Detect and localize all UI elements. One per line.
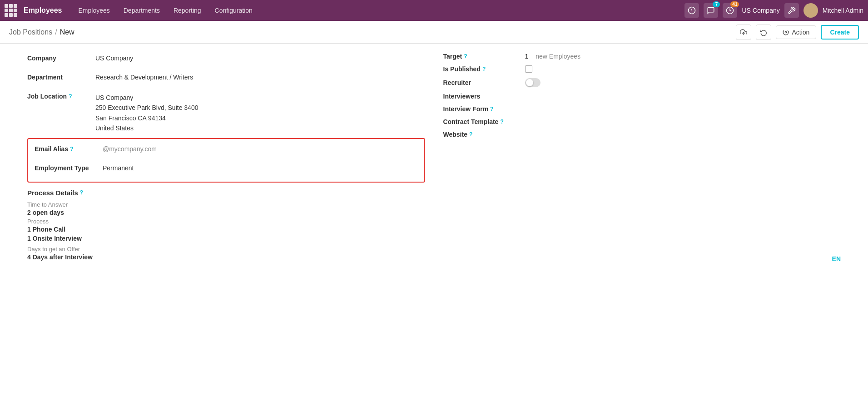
job-location-line2: 250 Executive Park Blvd, Suite 3400 <box>95 103 425 113</box>
form-right: Target ? 1 new Employees Is Published ? … <box>443 53 841 262</box>
interview-form-field-row: Interview Form ? <box>443 105 841 113</box>
chat-badge: 7 <box>713 1 720 7</box>
employment-type-field-row: Employment Type Permanent <box>35 163 418 177</box>
website-label: Website ? <box>443 131 521 138</box>
app-menu-icon[interactable] <box>5 4 17 17</box>
activity-icon-btn[interactable]: 41 <box>723 3 737 18</box>
is-published-checkbox[interactable] <box>525 65 532 73</box>
settings-icon-btn[interactable] <box>784 3 799 18</box>
app-name[interactable]: Employees <box>24 6 62 15</box>
svg-point-3 <box>806 12 815 17</box>
target-label: Target ? <box>443 53 521 60</box>
email-alias-help-icon[interactable]: ? <box>70 146 73 152</box>
employment-type-label: Employment Type <box>35 163 103 172</box>
process-label: Process <box>27 218 425 225</box>
process-details-header: Process Details ? <box>27 189 425 197</box>
contract-template-help-icon[interactable]: ? <box>500 119 503 125</box>
upload-icon-btn[interactable] <box>736 25 751 40</box>
days-to-offer-label: Days to get an Offer <box>27 246 425 252</box>
process-value2: 1 Onsite Interview <box>27 235 425 242</box>
recruiter-toggle[interactable] <box>525 78 541 87</box>
actionbar: Job Positions / New Action Create <box>0 21 868 44</box>
time-to-answer-label: Time to Answer <box>27 201 425 208</box>
job-location-help-icon[interactable]: ? <box>69 93 72 99</box>
target-value-row: 1 new Employees <box>525 53 581 60</box>
highlight-box: Email Alias ? @mycompany.com Employment … <box>27 138 425 183</box>
avatar[interactable] <box>804 3 818 18</box>
main-content: Company US Company Department Research &… <box>0 44 868 401</box>
company-name[interactable]: US Company <box>742 7 779 14</box>
en-button[interactable]: EN <box>832 255 841 262</box>
target-help-icon[interactable]: ? <box>464 53 467 59</box>
nav-configuration[interactable]: Configuration <box>208 4 259 17</box>
job-location-label: Job Location ? <box>27 91 95 100</box>
chat-icon-btn[interactable]: 7 <box>704 3 718 18</box>
recruiter-field-row: Recruiter <box>443 78 841 87</box>
breadcrumb: Job Positions / New <box>9 28 736 36</box>
interview-form-help-icon[interactable]: ? <box>490 106 493 112</box>
department-value[interactable]: Research & Development / Writers <box>95 72 425 81</box>
job-location-line4: United States <box>95 123 425 133</box>
action-button-label: Action <box>792 29 809 36</box>
form-columns: Company US Company Department Research &… <box>27 53 841 262</box>
department-label: Department <box>27 72 95 81</box>
nav-employees[interactable]: Employees <box>72 4 116 17</box>
target-field-row: Target ? 1 new Employees <box>443 53 841 60</box>
main-nav: Employees Departments Reporting Configur… <box>72 4 682 17</box>
topbar-right: 7 41 US Company Mitchell Admin <box>684 3 863 18</box>
is-published-label: Is Published ? <box>443 65 521 73</box>
breadcrumb-separator: / <box>55 28 57 36</box>
breadcrumb-parent[interactable]: Job Positions <box>9 28 52 36</box>
website-field-row: Website ? <box>443 131 841 138</box>
activity-badge: 41 <box>730 1 739 7</box>
company-field-row: Company US Company <box>27 53 425 67</box>
job-location-value[interactable]: US Company 250 Executive Park Blvd, Suit… <box>95 91 425 134</box>
topbar: Employees Employees Departments Reportin… <box>0 0 868 21</box>
svg-point-5 <box>785 31 787 33</box>
job-location-line1: US Company <box>95 93 425 103</box>
company-label: Company <box>27 53 95 62</box>
time-to-answer-value: 2 open days <box>27 209 425 216</box>
form-left: Company US Company Department Research &… <box>27 53 425 262</box>
days-to-offer-value: 4 Days after Interview <box>27 253 425 261</box>
email-alias-value[interactable]: @mycompany.com <box>103 144 418 153</box>
nav-reporting[interactable]: Reporting <box>167 4 208 17</box>
breadcrumb-current: New <box>60 28 74 36</box>
is-published-field-row: Is Published ? <box>443 65 841 73</box>
support-icon-btn[interactable] <box>684 3 699 18</box>
contract-template-label: Contract Template ? <box>443 118 521 125</box>
department-field-row: Department Research & Development / Writ… <box>27 72 425 86</box>
company-value[interactable]: US Company <box>95 53 425 62</box>
target-suffix: new Employees <box>536 53 580 60</box>
refresh-icon-btn[interactable] <box>756 25 771 40</box>
email-alias-field-row: Email Alias ? @mycompany.com <box>35 144 418 158</box>
recruiter-label: Recruiter <box>443 79 521 86</box>
svg-point-2 <box>808 7 813 12</box>
employment-type-value[interactable]: Permanent <box>103 163 418 172</box>
username: Mitchell Admin <box>823 7 863 14</box>
action-button[interactable]: Action <box>776 25 816 39</box>
create-button[interactable]: Create <box>821 25 859 40</box>
interviewers-label: Interviewers <box>443 93 521 100</box>
target-count[interactable]: 1 <box>525 53 529 60</box>
interview-form-label: Interview Form ? <box>443 105 521 113</box>
email-alias-label: Email Alias ? <box>35 144 103 153</box>
contract-template-field-row: Contract Template ? <box>443 118 841 125</box>
website-help-icon[interactable]: ? <box>469 131 472 138</box>
interviewers-field-row: Interviewers <box>443 93 841 100</box>
nav-departments[interactable]: Departments <box>117 4 166 17</box>
actionbar-right: Action Create <box>736 25 859 40</box>
is-published-help-icon[interactable]: ? <box>482 66 486 72</box>
process-details-help-icon[interactable]: ? <box>80 189 83 196</box>
process-value1: 1 Phone Call <box>27 226 425 233</box>
job-location-line3: San Francisco CA 94134 <box>95 113 425 123</box>
job-location-field-row: Job Location ? US Company 250 Executive … <box>27 91 425 134</box>
